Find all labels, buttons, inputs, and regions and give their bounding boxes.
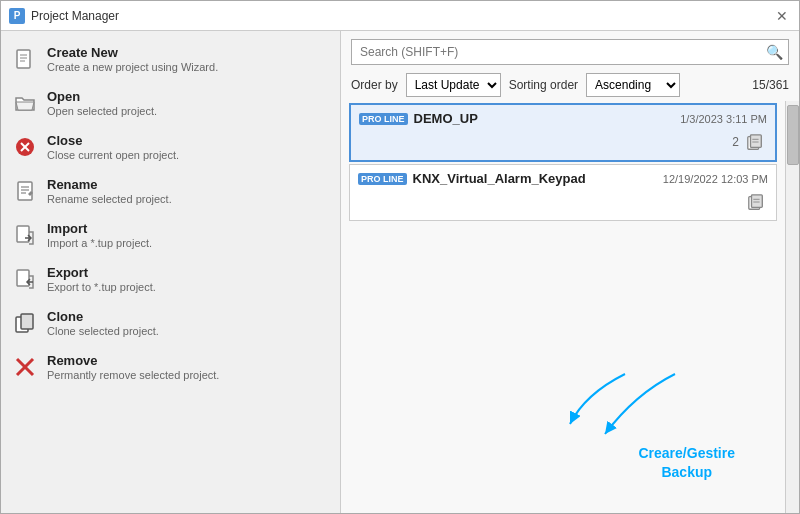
export-desc: Export to *.tup project. bbox=[47, 281, 156, 293]
callout-container: Creare/GestireBackup bbox=[638, 444, 735, 483]
import-desc: Import a *.tup project. bbox=[47, 237, 152, 249]
project-date-knx: 12/19/2022 12:03 PM bbox=[663, 173, 768, 185]
open-title: Open bbox=[47, 89, 157, 104]
project-date-demo-up: 1/3/2023 3:11 PM bbox=[680, 113, 767, 125]
order-by-label: Order by bbox=[351, 78, 398, 92]
project-manager-window: P Project Manager ✕ Create New bbox=[0, 0, 800, 514]
svg-rect-0 bbox=[17, 50, 30, 68]
search-input[interactable] bbox=[351, 39, 789, 65]
project-item-left-demo-up: PRO LINE DEMO_UP bbox=[359, 111, 478, 126]
svg-rect-11 bbox=[17, 226, 29, 242]
project-name-demo-up: DEMO_UP bbox=[414, 111, 478, 126]
search-icon: 🔍 bbox=[766, 44, 783, 60]
project-name-knx: KNX_Virtual_Alarm_Keypad bbox=[413, 171, 586, 186]
svg-rect-13 bbox=[17, 270, 29, 286]
remove-title: Remove bbox=[47, 353, 219, 368]
export-icon bbox=[13, 267, 37, 291]
svg-rect-20 bbox=[751, 135, 762, 148]
close-button[interactable]: ✕ bbox=[773, 7, 791, 25]
clone-text: Clone Clone selected project. bbox=[47, 309, 159, 337]
create-new-title: Create New bbox=[47, 45, 218, 60]
export-text: Export Export to *.tup project. bbox=[47, 265, 156, 293]
project-item-knx[interactable]: PRO LINE KNX_Virtual_Alarm_Keypad 12/19/… bbox=[349, 164, 777, 221]
backup-count-demo-up: 2 bbox=[732, 135, 739, 149]
menu-item-open[interactable]: Open Open selected project. bbox=[1, 81, 340, 125]
right-panel: 🔍 Order by Last Update Name Created Size… bbox=[341, 31, 799, 513]
open-folder-icon bbox=[13, 91, 37, 115]
rename-desc: Rename selected project. bbox=[47, 193, 172, 205]
rename-text: Rename Rename selected project. bbox=[47, 177, 172, 205]
title-bar-left: P Project Manager bbox=[9, 8, 119, 24]
project-item-left-knx: PRO LINE KNX_Virtual_Alarm_Keypad bbox=[358, 171, 586, 186]
project-item-demo-up[interactable]: PRO LINE DEMO_UP 1/3/2023 3:11 PM 2 bbox=[349, 103, 777, 162]
scrollbar-track[interactable] bbox=[785, 101, 799, 513]
menu-item-rename[interactable]: Rename Rename selected project. bbox=[1, 169, 340, 213]
callout-arrow-svg bbox=[555, 364, 695, 444]
right-panel-inner: PRO LINE DEMO_UP 1/3/2023 3:11 PM 2 bbox=[341, 101, 799, 513]
scrollbar-thumb[interactable] bbox=[787, 105, 799, 165]
svg-rect-16 bbox=[21, 314, 33, 329]
order-by-select[interactable]: Last Update Name Created Size bbox=[406, 73, 501, 97]
create-new-desc: Create a new project using Wizard. bbox=[47, 61, 218, 73]
pro-line-badge-knx: PRO LINE bbox=[358, 173, 407, 185]
search-bar: 🔍 bbox=[341, 31, 799, 69]
close-desc: Close current open project. bbox=[47, 149, 179, 161]
clone-title: Clone bbox=[47, 309, 159, 324]
search-input-wrap: 🔍 bbox=[351, 39, 789, 65]
svg-rect-24 bbox=[752, 195, 763, 208]
sorting-order-select[interactable]: Ascending Descending bbox=[586, 73, 680, 97]
rename-title: Rename bbox=[47, 177, 172, 192]
new-document-icon bbox=[13, 47, 37, 71]
pencil-icon bbox=[13, 179, 37, 203]
open-text: Open Open selected project. bbox=[47, 89, 157, 117]
sorting-order-label: Sorting order bbox=[509, 78, 578, 92]
filter-bar: Order by Last Update Name Created Size S… bbox=[341, 69, 799, 101]
project-footer-demo-up: 2 bbox=[359, 130, 767, 154]
clone-desc: Clone selected project. bbox=[47, 325, 159, 337]
close-text: Close Close current open project. bbox=[47, 133, 179, 161]
remove-desc: Permantly remove selected project. bbox=[47, 369, 219, 381]
svg-rect-7 bbox=[18, 182, 32, 200]
project-count: 15/361 bbox=[752, 78, 789, 92]
import-icon bbox=[13, 223, 37, 247]
title-bar: P Project Manager ✕ bbox=[1, 1, 799, 31]
menu-item-export[interactable]: Export Export to *.tup project. bbox=[1, 257, 340, 301]
menu-item-close[interactable]: Close Close current open project. bbox=[1, 125, 340, 169]
create-new-text: Create New Create a new project using Wi… bbox=[47, 45, 218, 73]
clone-icon bbox=[13, 311, 37, 335]
backup-icon-demo-up[interactable] bbox=[743, 130, 767, 154]
menu-item-remove[interactable]: Remove Permantly remove selected project… bbox=[1, 345, 340, 389]
remove-text: Remove Permantly remove selected project… bbox=[47, 353, 219, 381]
export-title: Export bbox=[47, 265, 156, 280]
callout-text: Creare/GestireBackup bbox=[638, 444, 735, 483]
project-item-header-demo-up: PRO LINE DEMO_UP 1/3/2023 3:11 PM bbox=[359, 111, 767, 126]
left-panel: Create New Create a new project using Wi… bbox=[1, 31, 341, 513]
project-list: PRO LINE DEMO_UP 1/3/2023 3:11 PM 2 bbox=[341, 101, 785, 513]
app-icon: P bbox=[9, 8, 25, 24]
menu-item-import[interactable]: Import Import a *.tup project. bbox=[1, 213, 340, 257]
remove-icon bbox=[13, 355, 37, 379]
import-text: Import Import a *.tup project. bbox=[47, 221, 152, 249]
project-footer-knx bbox=[358, 190, 768, 214]
window-title: Project Manager bbox=[31, 9, 119, 23]
open-desc: Open selected project. bbox=[47, 105, 157, 117]
import-title: Import bbox=[47, 221, 152, 236]
menu-item-create-new[interactable]: Create New Create a new project using Wi… bbox=[1, 37, 340, 81]
menu-item-clone[interactable]: Clone Clone selected project. bbox=[1, 301, 340, 345]
main-content: Create New Create a new project using Wi… bbox=[1, 31, 799, 513]
pro-line-badge-demo-up: PRO LINE bbox=[359, 113, 408, 125]
backup-icon-knx[interactable] bbox=[744, 190, 768, 214]
close-title: Close bbox=[47, 133, 179, 148]
close-circle-icon bbox=[13, 135, 37, 159]
project-item-header-knx: PRO LINE KNX_Virtual_Alarm_Keypad 12/19/… bbox=[358, 171, 768, 186]
